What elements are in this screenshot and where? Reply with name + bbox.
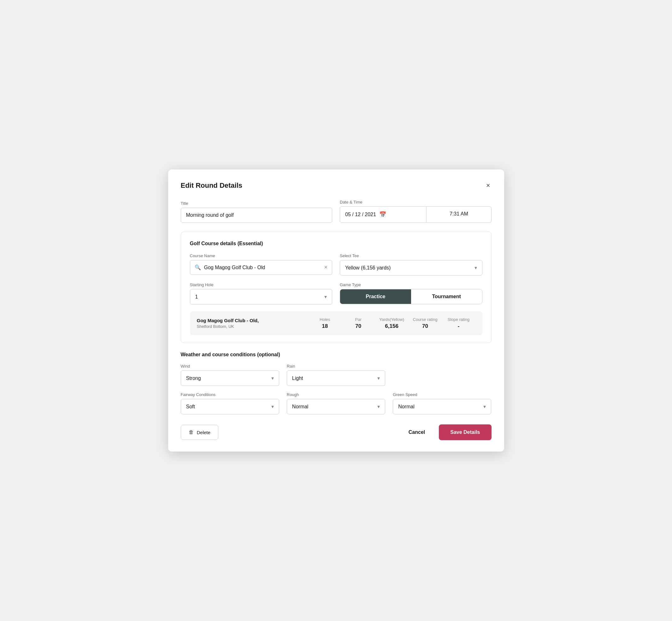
par-label: Par [342, 317, 375, 322]
course-tee-row: Course Name 🔍 Gog Magog Golf Club - Old … [190, 253, 482, 276]
wind-value: Strong [186, 375, 201, 381]
top-fields: Title Date & Time 05 / 12 / 2021 📅 7:31 … [181, 200, 492, 223]
select-tee-label: Select Tee [340, 253, 482, 258]
game-type-label: Game Type [340, 282, 482, 287]
course-name-label: Course Name [190, 253, 333, 258]
holes-label: Holes [308, 317, 342, 322]
stat-slope-rating: Slope rating - [442, 317, 475, 329]
slope-rating-label: Slope rating [442, 317, 475, 322]
fairway-value: Soft [186, 404, 195, 410]
save-button[interactable]: Save Details [439, 424, 491, 440]
trash-icon: 🗑 [189, 429, 194, 435]
green-speed-label: Green Speed [393, 392, 491, 397]
datetime-label: Date & Time [340, 200, 492, 204]
game-type-toggle: Practice Tournament [340, 289, 482, 304]
date-input[interactable]: 05 / 12 / 2021 📅 [340, 206, 426, 223]
modal-header: Edit Round Details × [181, 181, 492, 190]
time-input[interactable]: 7:31 AM [426, 206, 491, 223]
datetime-row: 05 / 12 / 2021 📅 7:31 AM [340, 206, 492, 223]
rough-label: Rough [287, 392, 385, 397]
course-info-name: Gog Magog Golf Club - Old, Shelford Bott… [197, 318, 308, 329]
practice-toggle-btn[interactable]: Practice [340, 289, 411, 304]
rough-dropdown[interactable]: Normal ▾ [287, 399, 385, 414]
chevron-down-icon-6: ▾ [377, 404, 380, 410]
golf-course-title: Golf Course details (Essential) [190, 241, 482, 246]
calendar-icon: 📅 [379, 211, 386, 218]
green-speed-field: Green Speed Normal ▾ [393, 392, 491, 414]
modal-title: Edit Round Details [181, 181, 243, 190]
green-speed-value: Normal [398, 404, 415, 410]
game-type-field: Game Type Practice Tournament [340, 282, 482, 304]
course-rating-value: 70 [409, 323, 442, 329]
stat-yards: Yards(Yellow) 6,156 [375, 317, 409, 329]
starting-hole-dropdown[interactable]: 1 ▾ [190, 289, 333, 304]
weather-section: Weather and course conditions (optional)… [181, 352, 492, 414]
starting-hole-label: Starting Hole [190, 282, 333, 287]
close-button[interactable]: × [485, 181, 492, 190]
edit-round-modal: Edit Round Details × Title Date & Time 0… [168, 169, 504, 452]
green-speed-dropdown[interactable]: Normal ▾ [393, 399, 491, 414]
select-tee-field: Select Tee Yellow (6,156 yards) ▾ [340, 253, 482, 276]
time-value: 7:31 AM [450, 211, 468, 216]
tournament-toggle-btn[interactable]: Tournament [411, 289, 482, 304]
stat-par: Par 70 [342, 317, 375, 329]
chevron-down-icon: ▾ [474, 265, 477, 271]
rain-value: Light [292, 375, 303, 381]
course-stats: Holes 18 Par 70 Yards(Yellow) 6,156 Cour… [308, 317, 475, 329]
delete-label: Delete [197, 430, 210, 435]
course-name-input[interactable]: 🔍 Gog Magog Golf Club - Old × [190, 260, 333, 275]
datetime-field-group: Date & Time 05 / 12 / 2021 📅 7:31 AM [340, 200, 492, 223]
select-tee-dropdown[interactable]: Yellow (6,156 yards) ▾ [340, 260, 482, 276]
course-rating-label: Course rating [409, 317, 442, 322]
chevron-down-icon-3: ▾ [271, 375, 274, 381]
footer-row: 🗑 Delete Cancel Save Details [181, 424, 492, 440]
course-info-location: Shelford Bottom, UK [197, 324, 308, 329]
title-field-group: Title [181, 201, 333, 223]
clear-course-icon[interactable]: × [324, 264, 328, 271]
weather-section-title: Weather and course conditions (optional) [181, 352, 492, 358]
yards-value: 6,156 [375, 323, 409, 329]
course-info-name-text: Gog Magog Golf Club - Old, [197, 318, 308, 323]
title-input[interactable] [181, 208, 333, 223]
wind-label: Wind [181, 364, 279, 369]
par-value: 70 [342, 323, 375, 329]
starting-hole-value: 1 [195, 294, 198, 300]
weather-row-2: Fairway Conditions Soft ▾ Rough Normal ▾… [181, 392, 492, 414]
course-name-field: Course Name 🔍 Gog Magog Golf Club - Old … [190, 253, 333, 276]
delete-button[interactable]: 🗑 Delete [181, 425, 218, 440]
footer-right: Cancel Save Details [402, 424, 492, 440]
rain-dropdown[interactable]: Light ▾ [287, 370, 385, 386]
golf-course-section: Golf Course details (Essential) Course N… [181, 232, 492, 343]
wind-dropdown[interactable]: Strong ▾ [181, 370, 279, 386]
weather-row-1: Wind Strong ▾ Rain Light ▾ [181, 364, 492, 386]
rough-value: Normal [292, 404, 308, 410]
fairway-label: Fairway Conditions [181, 392, 279, 397]
course-name-value: Gog Magog Golf Club - Old [204, 265, 321, 271]
chevron-down-icon-4: ▾ [377, 375, 380, 381]
fairway-field: Fairway Conditions Soft ▾ [181, 392, 279, 414]
stat-course-rating: Course rating 70 [409, 317, 442, 329]
holes-value: 18 [308, 323, 342, 329]
select-tee-value: Yellow (6,156 yards) [345, 265, 390, 271]
rain-field: Rain Light ▾ [287, 364, 385, 386]
rough-field: Rough Normal ▾ [287, 392, 385, 414]
course-info-card: Gog Magog Golf Club - Old, Shelford Bott… [190, 312, 482, 335]
rain-label: Rain [287, 364, 385, 369]
wind-field: Wind Strong ▾ [181, 364, 279, 386]
title-label: Title [181, 201, 333, 206]
cancel-button[interactable]: Cancel [402, 425, 431, 440]
slope-rating-value: - [442, 323, 475, 329]
chevron-down-icon-7: ▾ [483, 404, 486, 410]
date-value: 05 / 12 / 2021 [345, 212, 376, 217]
stat-holes: Holes 18 [308, 317, 342, 329]
fairway-dropdown[interactable]: Soft ▾ [181, 399, 279, 414]
yards-label: Yards(Yellow) [375, 317, 409, 322]
chevron-down-icon-2: ▾ [324, 294, 327, 300]
starting-hole-field: Starting Hole 1 ▾ [190, 282, 333, 304]
search-icon: 🔍 [195, 264, 201, 271]
chevron-down-icon-5: ▾ [271, 404, 274, 410]
hole-gametype-row: Starting Hole 1 ▾ Game Type Practice Tou… [190, 282, 482, 304]
